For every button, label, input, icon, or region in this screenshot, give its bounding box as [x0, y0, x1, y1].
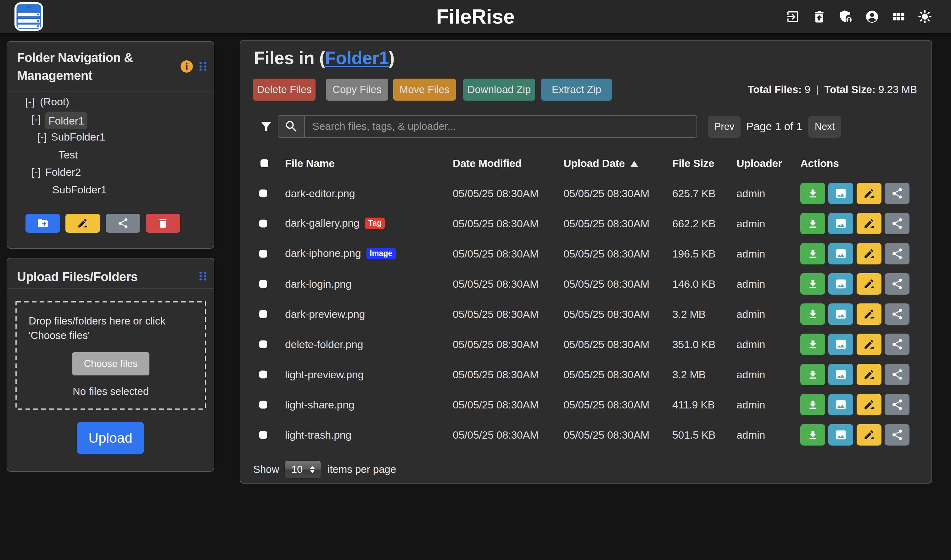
- preview-button[interactable]: [828, 303, 853, 325]
- share-folder-button[interactable]: [106, 214, 140, 233]
- file-name[interactable]: dark-preview.png: [285, 308, 365, 320]
- share-button[interactable]: [885, 183, 909, 204]
- file-name[interactable]: light-preview.png: [285, 369, 364, 381]
- restore-trash-icon[interactable]: [812, 9, 826, 24]
- share-button[interactable]: [885, 213, 909, 234]
- share-button[interactable]: [885, 303, 909, 325]
- rename-folder-button[interactable]: [65, 214, 100, 233]
- filter-icon[interactable]: [259, 120, 273, 133]
- folder-tree-item-folder1[interactable]: [-]Folder1: [7, 112, 214, 126]
- column-uploader[interactable]: Uploader: [737, 157, 782, 169]
- drag-handle-icon[interactable]: [199, 272, 207, 280]
- delete-files-button[interactable]: Delete Files: [253, 78, 316, 101]
- rename-button[interactable]: [857, 183, 882, 204]
- extract-zip-button[interactable]: Extract Zip: [541, 78, 612, 101]
- rename-button[interactable]: [857, 424, 882, 446]
- preview-button[interactable]: [828, 334, 853, 355]
- preview-button[interactable]: [828, 243, 853, 265]
- tree-toggle[interactable]: [-]: [25, 95, 34, 108]
- delete-folder-button[interactable]: [146, 214, 180, 233]
- share-button[interactable]: [885, 394, 909, 415]
- column-upload-date[interactable]: Upload Date: [563, 157, 638, 169]
- column-file-size[interactable]: File Size: [672, 157, 714, 169]
- download-zip-button[interactable]: Download Zip: [463, 78, 535, 101]
- file-name[interactable]: dark-gallery.pngTag: [285, 217, 385, 230]
- file-name[interactable]: delete-folder.png: [285, 338, 363, 351]
- choose-files-button[interactable]: Choose files: [72, 352, 150, 375]
- copy-files-button[interactable]: Copy Files: [326, 78, 388, 101]
- next-page-button[interactable]: Next: [808, 116, 841, 138]
- row-checkbox[interactable]: [259, 431, 267, 439]
- row-checkbox[interactable]: [259, 280, 267, 288]
- grid-view-icon[interactable]: [891, 9, 906, 24]
- share-button[interactable]: [885, 364, 909, 385]
- search-input[interactable]: [305, 116, 697, 137]
- folder-tree-item-subfolder1[interactable]: SubFolder1: [7, 183, 214, 197]
- move-files-button[interactable]: Move Files: [393, 78, 456, 101]
- create-folder-button[interactable]: [25, 214, 60, 233]
- tree-label[interactable]: SubFolder1: [51, 130, 105, 144]
- download-button[interactable]: [800, 303, 825, 325]
- download-button[interactable]: [800, 424, 825, 446]
- tree-label[interactable]: Test: [59, 148, 78, 162]
- row-checkbox[interactable]: [259, 250, 267, 258]
- row-checkbox[interactable]: [259, 189, 267, 197]
- download-button[interactable]: [800, 273, 825, 295]
- folder-tree-item-subfolder1[interactable]: [-]SubFolder1: [7, 130, 214, 144]
- column-file-name[interactable]: File Name: [285, 157, 335, 169]
- share-button[interactable]: [885, 273, 909, 295]
- upload-dropzone[interactable]: Drop files/folders here or click 'Choose…: [15, 301, 206, 410]
- preview-button[interactable]: [828, 273, 853, 295]
- upload-button[interactable]: Upload: [77, 422, 144, 454]
- column-date-modified[interactable]: Date Modified: [453, 157, 522, 169]
- rename-button[interactable]: [857, 243, 882, 265]
- preview-button[interactable]: [828, 394, 853, 415]
- row-checkbox[interactable]: [259, 401, 267, 409]
- tree-toggle[interactable]: [-]: [37, 130, 46, 144]
- file-name[interactable]: dark-iphone.pngImage: [285, 247, 396, 260]
- folder-tree-item-folder2[interactable]: [-]Folder2: [7, 165, 214, 179]
- share-button[interactable]: [885, 334, 909, 355]
- file-name[interactable]: light-trash.png: [285, 429, 351, 441]
- share-button[interactable]: [885, 243, 909, 265]
- download-button[interactable]: [800, 243, 825, 265]
- row-checkbox[interactable]: [259, 340, 267, 348]
- info-icon[interactable]: [180, 60, 193, 72]
- light-mode-icon[interactable]: [918, 9, 932, 24]
- download-button[interactable]: [800, 394, 825, 415]
- tree-label[interactable]: Folder2: [45, 165, 81, 179]
- row-checkbox[interactable]: [259, 310, 267, 318]
- download-button[interactable]: [800, 364, 825, 385]
- tree-label[interactable]: SubFolder1: [52, 183, 106, 197]
- folder-tree-item-root[interactable]: [-](Root): [7, 95, 214, 108]
- rename-button[interactable]: [857, 303, 882, 325]
- rename-button[interactable]: [857, 394, 882, 415]
- tree-label[interactable]: (Root): [40, 95, 69, 108]
- download-button[interactable]: [800, 334, 825, 355]
- share-button[interactable]: [885, 424, 909, 446]
- preview-button[interactable]: [828, 183, 853, 204]
- file-name[interactable]: dark-editor.png: [285, 188, 355, 200]
- file-name[interactable]: dark-login.png: [285, 278, 351, 290]
- account-icon[interactable]: [865, 9, 879, 24]
- file-name[interactable]: light-share.png: [285, 399, 354, 411]
- rename-button[interactable]: [857, 273, 882, 295]
- tree-label[interactable]: Folder1: [45, 112, 87, 129]
- drag-handle-icon[interactable]: [199, 62, 207, 71]
- items-per-page-select[interactable]: 10: [284, 460, 321, 478]
- folder-tree-item-test[interactable]: Test: [7, 148, 214, 162]
- rename-button[interactable]: [857, 334, 882, 355]
- rename-button[interactable]: [857, 364, 882, 385]
- row-checkbox[interactable]: [259, 220, 267, 228]
- download-button[interactable]: [800, 183, 825, 204]
- row-checkbox[interactable]: [259, 371, 267, 378]
- preview-button[interactable]: [828, 213, 853, 234]
- tree-toggle[interactable]: [-]: [31, 112, 40, 126]
- preview-button[interactable]: [828, 364, 853, 385]
- rename-button[interactable]: [857, 213, 882, 234]
- download-button[interactable]: [800, 213, 825, 234]
- select-all-checkbox[interactable]: [260, 159, 268, 167]
- preview-button[interactable]: [828, 424, 853, 446]
- prev-page-button[interactable]: Prev: [708, 116, 741, 138]
- current-folder-link[interactable]: Folder1: [325, 48, 388, 68]
